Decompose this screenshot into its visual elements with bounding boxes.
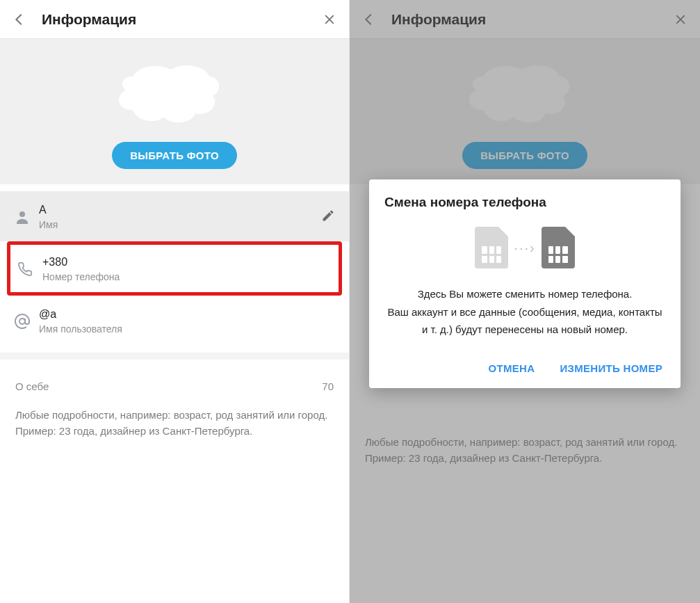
name-label: Имя (39, 219, 321, 230)
about-row[interactable]: О себе 70 (0, 353, 349, 398)
back-arrow-icon[interactable] (10, 10, 29, 29)
close-icon[interactable] (320, 10, 339, 29)
right-pane: Информация ВЫБРАТЬ ФОТО Любые подробност… (350, 0, 700, 603)
about-label: О себе (15, 380, 49, 392)
photo-placeholder (105, 56, 244, 132)
change-phone-modal: Смена номера телефона ···› Здесь Вы може… (369, 179, 681, 388)
photo-section: ВЫБРАТЬ ФОТО (0, 39, 349, 184)
username-label: Имя пользователя (39, 323, 335, 335)
choose-photo-button[interactable]: ВЫБРАТЬ ФОТО (112, 142, 237, 169)
username-value: @a (39, 308, 335, 321)
svg-point-1 (19, 319, 25, 324)
phone-value: +380 (42, 256, 325, 268)
phone-icon (17, 262, 42, 277)
phone-row[interactable]: +380 Номер телефона (10, 245, 339, 292)
modal-body: Здесь Вы можете сменить номер телефона. … (384, 285, 665, 339)
name-row[interactable]: A Имя (0, 191, 349, 241)
about-counter: 70 (322, 380, 334, 392)
transfer-dots-icon: ···› (514, 240, 535, 256)
header-title: Информация (42, 11, 320, 28)
modal-title: Смена номера телефона (384, 195, 665, 210)
edit-pencil-icon[interactable] (321, 209, 335, 225)
change-number-button[interactable]: ИЗМЕНИТЬ НОМЕР (557, 358, 665, 378)
phone-label: Номер телефона (42, 271, 325, 282)
about-hint: Любые подробности, например: возраст, ро… (0, 398, 349, 449)
header: Информация (0, 0, 349, 39)
sim-graphic: ···› (384, 227, 665, 268)
username-row[interactable]: @a Имя пользователя (0, 296, 349, 346)
person-icon (14, 209, 39, 225)
name-value: A (39, 204, 321, 216)
svg-point-0 (19, 211, 25, 217)
modal-actions: ОТМЕНА ИЗМЕНИТЬ НОМЕР (384, 358, 665, 378)
at-icon (14, 313, 39, 330)
left-pane: Информация ВЫБРАТЬ ФОТО A Имя +380 (0, 0, 350, 603)
phone-highlight-box: +380 Номер телефона (7, 241, 342, 296)
sim-new-icon (542, 227, 575, 268)
cancel-button[interactable]: ОТМЕНА (486, 358, 538, 378)
sim-old-icon (475, 227, 508, 268)
